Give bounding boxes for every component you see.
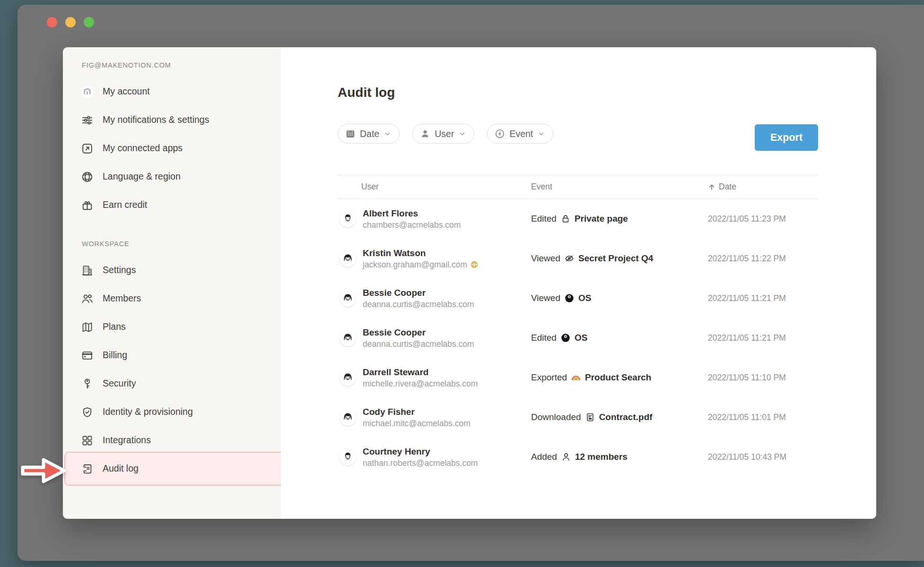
audit-log-panel: Audit log DateUserEvent Export UserEvent… xyxy=(281,47,876,519)
table-row[interactable]: Albert Floreschambers@acmelabs.comEdited… xyxy=(338,199,818,239)
table-row[interactable]: Courtney Henrynathan.roberts@acmelabs.co… xyxy=(338,437,818,477)
column-header-user: User xyxy=(338,182,531,192)
account-avatar-icon xyxy=(81,86,94,98)
date-cell: 2022/11/05 11:21 PM xyxy=(708,333,818,343)
external-link-icon xyxy=(81,142,94,155)
column-header-event: Event xyxy=(531,182,708,192)
sidebar-item-label: My account xyxy=(103,86,150,97)
workspace-nav: SettingsMembersPlansBillingSecurityIdent… xyxy=(63,256,281,483)
sidebar-item-language-and-region[interactable]: Language & region xyxy=(63,163,281,191)
calendar-icon xyxy=(345,129,356,139)
close-window-button[interactable] xyxy=(47,17,57,27)
scroll-icon xyxy=(81,463,94,475)
date-cell: 2022/11/05 11:22 PM xyxy=(708,254,818,264)
user-cell: Courtney Henrynathan.roberts@acmelabs.co… xyxy=(338,446,531,469)
filter-pill-user[interactable]: User xyxy=(412,124,474,144)
sidebar-item-members[interactable]: Members xyxy=(63,284,281,313)
event-action: Added xyxy=(531,452,557,462)
event-action: Viewed xyxy=(531,293,560,303)
sidebar-item-integrations[interactable]: Integrations xyxy=(63,426,281,455)
account-nav: My accountMy notifications & settingsMy … xyxy=(63,77,281,219)
sidebar-item-my-notifications-and-settings[interactable]: My notifications & settings xyxy=(63,106,281,134)
chevron-down-icon xyxy=(384,130,391,137)
credit-card-icon xyxy=(81,349,94,362)
page-title: Audit log xyxy=(338,84,818,101)
shield-check-icon xyxy=(81,406,94,419)
user-email: michael.mitc@acmelabs.com xyxy=(363,418,471,429)
event-target: OS xyxy=(575,333,587,343)
filter-pill-event[interactable]: Event xyxy=(487,124,553,144)
sidebar-item-label: My connected apps xyxy=(103,143,183,154)
chevron-down-icon xyxy=(459,130,466,137)
chevron-down-icon xyxy=(538,130,545,137)
date-cell: 2022/11/05 11:21 PM xyxy=(708,293,818,303)
avatar xyxy=(340,211,356,227)
eye-off-icon xyxy=(564,253,575,264)
event-action: Viewed xyxy=(531,253,560,264)
event-action: Exported xyxy=(531,372,567,383)
event-action: Edited xyxy=(531,333,557,343)
sidebar-item-label: Identity & provisioning xyxy=(103,406,193,417)
settings-sidebar: FIG@MAKENOTION.COM My accountMy notifica… xyxy=(63,47,281,519)
user-email-text: deanna.curtis@acmelabs.com xyxy=(363,338,474,350)
sidebar-item-earn-credit[interactable]: Earn credit xyxy=(63,191,281,219)
sidebar-item-label: Members xyxy=(103,293,141,304)
sidebar-item-my-account[interactable]: My account xyxy=(63,77,281,106)
user-email-text: chambers@acmelabs.com xyxy=(363,219,461,231)
sidebar-item-security[interactable]: Security xyxy=(63,369,281,398)
column-header-date[interactable]: Date xyxy=(708,182,818,192)
sidebar-item-billing[interactable]: Billing xyxy=(63,341,281,369)
person-outline-icon xyxy=(561,452,571,462)
table-row[interactable]: Darrell Stewardmichelle.rivera@acmelabs.… xyxy=(338,358,818,397)
user-cell: Albert Floreschambers@acmelabs.com xyxy=(338,207,531,231)
user-email-text: michelle.rivera@acmelabs.com xyxy=(363,378,478,389)
sidebar-item-identity-and-provisioning[interactable]: Identity & provisioning xyxy=(63,398,281,426)
key-icon xyxy=(81,378,94,390)
sidebar-item-my-connected-apps[interactable]: My connected apps xyxy=(63,134,281,163)
event-target: Private page xyxy=(575,214,628,224)
audit-log-table: UserEventDate Albert Floreschambers@acme… xyxy=(338,175,818,477)
event-target: Product Search xyxy=(585,372,651,383)
date-cell: 2022/11/05 10:43 PM xyxy=(708,452,818,462)
event-cell: DownloadedContract.pdf xyxy=(531,412,708,422)
settings-dialog: FIG@MAKENOTION.COM My accountMy notifica… xyxy=(63,47,876,519)
zoom-window-button[interactable] xyxy=(84,17,94,27)
table-body: Albert Floreschambers@acmelabs.comEdited… xyxy=(338,199,818,477)
user-name: Kristin Watson xyxy=(363,247,479,259)
sidebar-item-audit-log[interactable]: Audit log xyxy=(63,455,281,483)
event-target: Secret Project Q4 xyxy=(578,253,653,264)
minimize-window-button[interactable] xyxy=(65,17,76,27)
user-email-text: nathan.roberts@acmelabs.com xyxy=(363,457,478,469)
svg-text:8: 8 xyxy=(565,335,567,338)
event-cell: Added12 members xyxy=(531,452,708,462)
sidebar-item-label: Audit log xyxy=(103,463,139,474)
user-cell: Bessie Cooperdeanna.curtis@acmelabs.com xyxy=(338,287,531,310)
sidebar-item-settings[interactable]: Settings xyxy=(63,256,281,284)
filter-pill-date[interactable]: Date xyxy=(338,124,400,144)
table-row[interactable]: Bessie Cooperdeanna.curtis@acmelabs.comE… xyxy=(338,318,818,358)
user-email: jackson.graham@gmail.com xyxy=(363,259,479,270)
user-name: Courtney Henry xyxy=(363,446,478,457)
map-icon xyxy=(81,321,94,334)
table-header-row: UserEventDate xyxy=(338,175,818,199)
avatar xyxy=(340,250,356,267)
sidebar-item-label: Billing xyxy=(103,350,127,361)
user-name: Darrell Steward xyxy=(363,366,478,378)
export-button[interactable]: Export xyxy=(755,124,818,151)
table-row[interactable]: Kristin Watsonjackson.graham@gmail.comVi… xyxy=(338,239,818,278)
user-email: michelle.rivera@acmelabs.com xyxy=(363,378,478,389)
table-row[interactable]: Cody Fishermichael.mitc@acmelabs.comDown… xyxy=(338,397,818,437)
user-name: Bessie Cooper xyxy=(363,326,474,338)
filter-pill-label: Event xyxy=(509,129,533,139)
eight-ball-icon: 8 xyxy=(564,293,575,303)
lock-icon xyxy=(560,214,571,224)
user-name: Cody Fisher xyxy=(363,406,471,418)
sidebar-item-plans[interactable]: Plans xyxy=(63,313,281,341)
app-window: FIG@MAKENOTION.COM My accountMy notifica… xyxy=(17,5,924,561)
event-target: Contract.pdf xyxy=(599,412,653,422)
table-row[interactable]: Bessie Cooperdeanna.curtis@acmelabs.comV… xyxy=(338,278,818,318)
window-controls xyxy=(47,17,94,27)
avatar xyxy=(340,409,356,426)
user-cell: Cody Fishermichael.mitc@acmelabs.com xyxy=(338,406,531,429)
user-email-text: deanna.curtis@acmelabs.com xyxy=(363,299,474,310)
